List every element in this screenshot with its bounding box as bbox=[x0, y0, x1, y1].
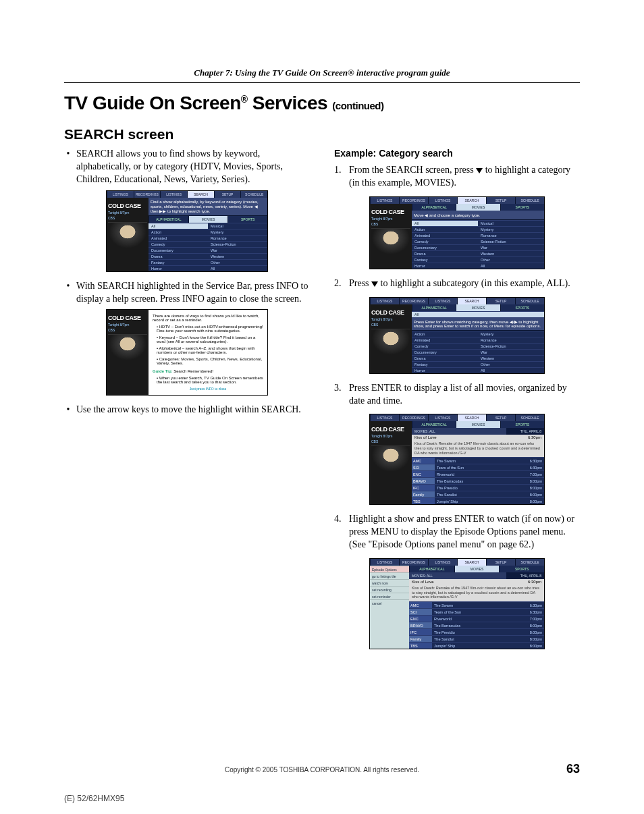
tab-schedule: SCHEDULE bbox=[515, 414, 544, 421]
step-3: 3. Press ENTER to display a list of all … bbox=[334, 382, 580, 408]
tv-screenshot-search-main: LISTINGS RECORDINGS LISTINGS SEARCH SETU… bbox=[106, 190, 268, 272]
list-ch: IFC bbox=[412, 485, 435, 491]
tv-service-bar: LISTINGS RECORDINGS LISTINGS SEARCH SETU… bbox=[370, 559, 544, 566]
list-title: Riverworld bbox=[435, 471, 522, 477]
list-time: 6:30pm bbox=[522, 602, 544, 608]
grid-cell: Fantasy bbox=[149, 259, 208, 265]
cat-sports: SPORTS bbox=[499, 566, 544, 572]
bullet-item: • SEARCH allows you to find shows by key… bbox=[64, 148, 310, 186]
promo-network: CBS bbox=[108, 328, 147, 332]
tab-recordings: RECORDINGS bbox=[399, 197, 428, 204]
grid-cell: War bbox=[478, 349, 544, 355]
tv-category-bar: ALPHABETICAL MOVIES SPORTS bbox=[412, 204, 544, 211]
step-text-a: From the SEARCH screen, press bbox=[349, 165, 476, 175]
cat-movies: MOVIES bbox=[456, 421, 500, 428]
tv-category-bar: ALPHABETICAL MOVIES SPORTS bbox=[412, 304, 544, 311]
section-title-main: TV Guide On Screen bbox=[64, 92, 241, 113]
tab-recordings: RECORDINGS bbox=[134, 191, 161, 198]
step-number: 2. bbox=[334, 277, 345, 290]
grid-cell: Western bbox=[478, 250, 544, 256]
info-intro: There are dozens of ways to find shows y… bbox=[153, 314, 263, 322]
grid-cell: Comedy bbox=[412, 238, 478, 244]
info-point: • Keyword – Don't know the full title? F… bbox=[157, 335, 263, 344]
tv-promo-pane: COLD CASE Tonight 8/7pm CBS bbox=[370, 204, 412, 269]
grid-cell: All bbox=[478, 367, 544, 373]
results-header-left: MOVIES: ALL bbox=[412, 428, 506, 435]
feature-title: Kiss of Love bbox=[414, 435, 437, 439]
list-item: IFCThe Presidio8:00pm bbox=[412, 484, 544, 491]
tv-category-grid: All Action Animated Comedy Documentary D… bbox=[149, 223, 267, 271]
tab-setup: SETUP bbox=[486, 298, 515, 304]
grid-cell: Documentary bbox=[149, 247, 208, 253]
grid-cell: Action bbox=[412, 331, 478, 337]
tab-schedule: SCHEDULE bbox=[515, 197, 544, 204]
tv-hint-text: Press Enter for shows matching category,… bbox=[412, 317, 544, 331]
tab-setup: SETUP bbox=[486, 559, 515, 566]
list-ch: ENC bbox=[409, 616, 432, 622]
list-ch: TBS bbox=[412, 498, 435, 504]
feature-row: Kiss of Love 6:30pm bbox=[412, 435, 544, 440]
tv-screenshot-category: LISTINGS RECORDINGS LISTINGS SEARCH SETU… bbox=[369, 196, 545, 269]
tv-category-bar: ALPHABETICAL MOVIES SPORTS bbox=[409, 566, 544, 572]
list-time: 8:00pm bbox=[522, 629, 544, 635]
chapter-heading: Chapter 7: Using the TV Guide On Screen®… bbox=[64, 67, 580, 78]
tv-hint-text: Move ◀ and choose a category type. bbox=[412, 211, 544, 220]
result-list: AMCThe Swarm6:30pm SCITears of the Sun6:… bbox=[412, 457, 544, 504]
grid-cell: Romance bbox=[208, 235, 267, 241]
grid-cell: War bbox=[208, 247, 267, 253]
step-number: 3. bbox=[334, 382, 345, 408]
cat-alpha: ALPHABETICAL bbox=[412, 304, 456, 311]
grid-cell: Horror bbox=[412, 367, 478, 373]
list-title: The Barracudas bbox=[432, 622, 522, 628]
grid-cell: Western bbox=[208, 253, 267, 259]
cat-sports: SPORTS bbox=[500, 204, 544, 211]
list-time: 8:00pm bbox=[522, 485, 544, 491]
list-item: BRAVOThe Barracudas8:00pm bbox=[412, 477, 544, 484]
cat-alpha: ALPHABETICAL bbox=[149, 216, 188, 223]
step-text-b: to highlight a subcategory (in this exam… bbox=[378, 278, 570, 288]
grid-cell: Documentary bbox=[412, 244, 478, 250]
tab-setup: SETUP bbox=[214, 191, 241, 198]
grid-cell: War bbox=[478, 244, 544, 250]
list-item: AMCThe Swarm6:30pm bbox=[412, 457, 544, 464]
grid-cell: Horror bbox=[412, 263, 478, 269]
info-point: • Categories: Movies, Sports, Children, … bbox=[157, 357, 263, 365]
list-title: Jumpin' Ship bbox=[432, 643, 522, 649]
left-column: • SEARCH allows you to find shows by key… bbox=[64, 148, 310, 657]
tab-recordings: RECORDINGS bbox=[399, 298, 428, 304]
grid-cell: Drama bbox=[412, 250, 478, 256]
cat-alpha: ALPHABETICAL bbox=[412, 204, 456, 211]
list-title: Tears of the Sun bbox=[435, 464, 522, 470]
option-item: Episode Options bbox=[370, 566, 409, 572]
tab-listings2: LISTINGS bbox=[428, 197, 457, 204]
list-item: ENCRiverworld7:00pm bbox=[412, 470, 544, 477]
tv-service-bar: LISTINGS RECORDINGS LISTINGS SEARCH SETU… bbox=[107, 191, 267, 198]
page-footer: Copyright © 2005 TOSHIBA CORPORATION. Al… bbox=[64, 766, 580, 774]
results-header-right: THU, APRIL 8 bbox=[506, 572, 544, 579]
down-arrow-icon bbox=[476, 168, 483, 173]
bullet-item: • Use the arrow keys to move the highlig… bbox=[64, 404, 310, 416]
grid-cell: Mystery bbox=[478, 331, 544, 337]
subcat-header: All bbox=[412, 311, 544, 317]
step-text-a: Press bbox=[349, 278, 371, 288]
tip-title: Search Remembered! bbox=[173, 369, 213, 373]
step-4: 4. Highlight a show and press ENTER to w… bbox=[334, 513, 580, 551]
bullet-text: With SEARCH highlighted in the Service B… bbox=[76, 280, 310, 306]
results-header: MOVIES: ALL THU, APRIL 8 bbox=[409, 572, 544, 579]
list-title: Riverworld bbox=[432, 616, 522, 622]
feature-row: Kiss of Love 6:30pm bbox=[409, 579, 544, 585]
tab-listings: LISTINGS bbox=[370, 414, 399, 421]
step-number: 4. bbox=[334, 513, 345, 551]
tv-promo-pane: COLD CASE Tonight 8/7pm CBS bbox=[370, 304, 412, 373]
cat-movies: MOVIES bbox=[456, 204, 500, 211]
list-time: 8:00pm bbox=[522, 491, 544, 497]
grid-cell: All bbox=[478, 263, 544, 269]
feature-title: Kiss of Love bbox=[412, 580, 434, 584]
promo-sub: Tonight 8/7pm bbox=[371, 217, 410, 221]
registered-mark: ® bbox=[241, 94, 248, 105]
option-item: cancel bbox=[370, 599, 409, 606]
grid-cell: Fantasy bbox=[412, 361, 478, 367]
grid-cell: Animated bbox=[149, 235, 208, 241]
tv-screenshot-results: LISTINGS RECORDINGS LISTINGS SEARCH SETU… bbox=[369, 414, 545, 505]
section-title-continued: (continued) bbox=[332, 100, 383, 111]
